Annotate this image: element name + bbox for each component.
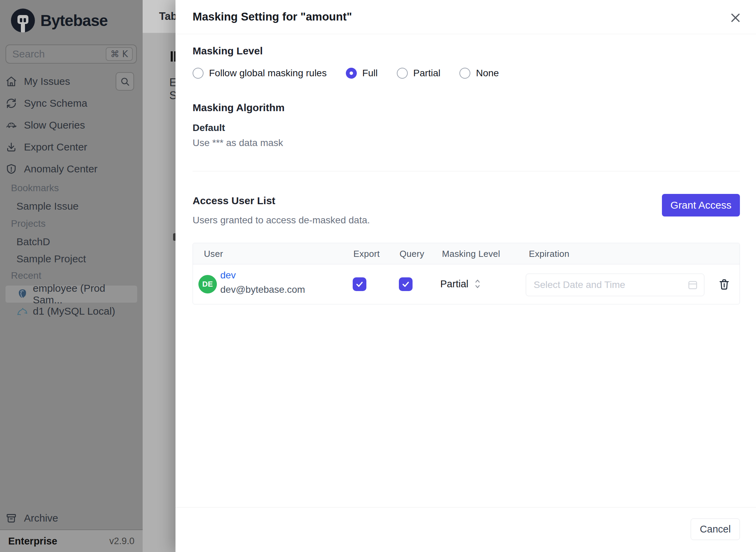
modal-header: Masking Setting for "amount": [175, 0, 756, 34]
avatar: DE: [198, 275, 217, 293]
keyboard-shortcut-badge: ⌘ K: [106, 47, 133, 61]
postgresql-icon: [16, 288, 29, 300]
version-label: v2.9.0: [109, 536, 134, 547]
sidebar-item-sample-issue[interactable]: Sample Issue: [16, 200, 79, 212]
search-icon: [120, 76, 130, 87]
chevron-up-down-icon: [474, 278, 481, 290]
sidebar-section-bookmarks: Bookmarks: [11, 183, 59, 194]
sidebar: Bytebase ⌘ K My Issues Sync Schema Slow: [0, 0, 143, 552]
masking-level-radio-group: Follow global masking rules Full Partial…: [193, 68, 499, 79]
table-row: DE dev dev@bytebase.com Partial: [193, 264, 740, 304]
turtle-icon: [5, 119, 17, 131]
masking-level-select[interactable]: Partial: [440, 278, 481, 290]
sidebar-item-export-center[interactable]: Export Center: [5, 137, 115, 157]
plan-bar: Enterprise v2.9.0: [0, 530, 143, 552]
radio-follow-global[interactable]: Follow global masking rules: [193, 68, 327, 79]
radio-icon: [193, 68, 204, 79]
query-checkbox[interactable]: [399, 277, 413, 291]
background-notch: [173, 233, 175, 241]
sidebar-item-label: My Issues: [24, 76, 70, 87]
column-header-user: User: [204, 243, 223, 264]
access-user-table: User Export Query Masking Level Expirati…: [193, 243, 740, 304]
check-icon: [401, 280, 410, 289]
masking-setting-modal: Masking Setting for "amount" Masking Lev…: [175, 0, 756, 552]
divider: [175, 507, 756, 508]
download-icon: [5, 141, 17, 153]
sidebar-item-sync-schema[interactable]: Sync Schema: [5, 93, 115, 114]
plan-label: Enterprise: [8, 536, 57, 547]
sidebar-item-anomaly-center[interactable]: Anomaly Center: [5, 159, 115, 179]
sidebar-section-recent: Recent: [11, 270, 41, 281]
access-user-list-heading: Access User List: [193, 195, 275, 207]
sidebar-item-recent-d1[interactable]: d1 (MySQL Local): [5, 303, 137, 320]
algorithm-name: Default: [193, 122, 225, 133]
divider: [193, 171, 740, 171]
mysql-icon: [16, 305, 29, 317]
sidebar-item-label: Export Center: [24, 141, 87, 153]
archive-box-icon: [5, 512, 17, 524]
radio-partial[interactable]: Partial: [397, 68, 440, 79]
algorithm-description: Use *** as data mask: [193, 137, 283, 148]
radio-full[interactable]: Full: [346, 68, 378, 79]
search-input[interactable]: [12, 48, 106, 60]
sidebar-item-archive[interactable]: Archive: [5, 508, 115, 528]
issue-search-button[interactable]: [116, 72, 134, 91]
access-user-list-subtitle: Users granted to access de-masked data.: [193, 215, 370, 226]
brand-logo[interactable]: Bytebase: [11, 9, 108, 32]
sidebar-item-recent-employee[interactable]: employee (Prod Sam...: [5, 286, 137, 303]
dimmed-background: Tab E S: [143, 0, 175, 552]
sidebar-item-label: Anomaly Center: [24, 163, 97, 175]
expiration-date-input[interactable]: [526, 274, 704, 296]
table-header: User Export Query Masking Level Expirati…: [193, 243, 740, 264]
radio-selected-icon: [346, 68, 357, 79]
check-icon: [355, 280, 364, 289]
calendar-icon: [687, 279, 699, 291]
page: Bytebase ⌘ K My Issues Sync Schema Slow: [0, 0, 756, 552]
column-header-export: Export: [353, 243, 380, 264]
sidebar-item-label: Archive: [24, 512, 58, 524]
export-checkbox[interactable]: [353, 277, 366, 291]
bytebase-logo-icon: [11, 9, 35, 32]
sidebar-section-projects: Projects: [11, 218, 45, 229]
column-header-masking-level: Masking Level: [442, 243, 500, 264]
sidebar-item-label: d1 (MySQL Local): [33, 305, 115, 317]
column-header-expiration: Expiration: [529, 243, 570, 264]
shield-icon: [5, 163, 17, 175]
sidebar-item-slow-queries[interactable]: Slow Queries: [5, 115, 115, 135]
sidebar-search[interactable]: ⌘ K: [5, 44, 137, 64]
sidebar-item-sample-project[interactable]: Sample Project: [16, 253, 86, 265]
close-icon[interactable]: [728, 10, 743, 25]
cancel-button[interactable]: Cancel: [691, 518, 740, 540]
sidebar-item-label: Slow Queries: [24, 119, 85, 131]
radio-none[interactable]: None: [459, 68, 499, 79]
user-name-link[interactable]: dev: [220, 270, 236, 281]
background-tab-label: Tab: [159, 10, 177, 23]
home-icon: [5, 76, 17, 87]
delete-trash-icon[interactable]: [717, 277, 731, 291]
column-header-query: Query: [400, 243, 424, 264]
date-time-field[interactable]: [534, 279, 687, 290]
masking-level-heading: Masking Level: [193, 45, 263, 57]
sidebar-item-label: Sync Schema: [24, 97, 87, 109]
radio-icon: [459, 68, 470, 79]
sidebar-item-my-issues[interactable]: My Issues: [5, 71, 115, 92]
radio-icon: [397, 68, 408, 79]
sidebar-item-batchd[interactable]: BatchD: [16, 236, 50, 248]
sidebar-item-label: employee (Prod Sam...: [33, 282, 137, 306]
user-email: dev@bytebase.com: [220, 284, 305, 295]
grant-access-button[interactable]: Grant Access: [662, 194, 740, 216]
masking-algorithm-heading: Masking Algorithm: [193, 102, 285, 114]
brand-name: Bytebase: [40, 11, 108, 30]
modal-title: Masking Setting for "amount": [193, 10, 352, 23]
sync-icon: [5, 97, 17, 109]
